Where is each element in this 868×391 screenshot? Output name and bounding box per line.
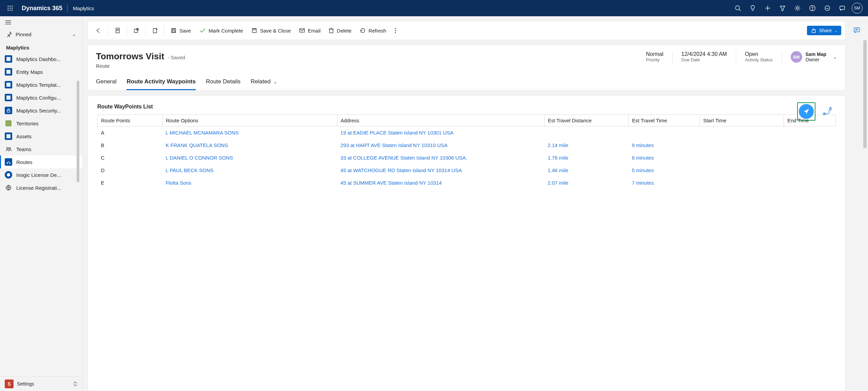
share-button[interactable]: Share⌄ [807, 26, 841, 35]
cell-option[interactable]: Flotta Sons [162, 177, 337, 189]
assistant-icon[interactable] [820, 0, 835, 16]
email-button[interactable]: Email [296, 26, 324, 36]
tab-related[interactable]: Related ⌄ [251, 76, 277, 90]
cell-option[interactable]: K FRANK QUATELA SONS [162, 139, 337, 151]
filter-icon[interactable] [775, 0, 790, 16]
navigate-button[interactable] [799, 104, 814, 119]
cell-option[interactable]: L MICHAEL MCNAMARA SONS [162, 126, 337, 139]
due-value: 12/4/2024 4:30 AM [682, 51, 727, 57]
table-row[interactable]: CL DANIEL O CONNOR SONS33 at COLLEGE AVE… [98, 151, 836, 164]
popout-button[interactable] [130, 25, 143, 36]
sidebar-item-entity-maps[interactable]: Entity Maps [0, 65, 82, 78]
back-button[interactable] [92, 26, 105, 35]
table-row[interactable]: DL PAUL BECK SONS45 at WATCHOGUE RD Stat… [98, 164, 836, 177]
svg-rect-44 [172, 31, 175, 33]
user-avatar[interactable]: SM [850, 0, 865, 16]
sidebar-item-security[interactable]: Maplytics Security... [0, 104, 82, 117]
sidebar-item-label: License Registrati... [16, 185, 61, 191]
tab-details[interactable]: Route Details [206, 76, 240, 90]
cell-time[interactable]: 6 minutes [628, 151, 699, 164]
cell-time[interactable]: 7 minutes [628, 177, 699, 189]
save-close-button[interactable]: Save & Close [248, 25, 294, 36]
table-row[interactable]: EFlotta Sons45 at SUMMER AVE Staten Isla… [98, 177, 836, 189]
help-icon[interactable] [805, 0, 820, 16]
cell-time[interactable]: 9 minutes [628, 139, 699, 151]
cell-distance[interactable]: 2.14 mile [544, 139, 628, 151]
cell-address[interactable]: 45 at SUMMER AVE Staten Island NY 10314 [337, 177, 544, 189]
priority-field[interactable]: Normal Priority [646, 51, 664, 62]
gear-icon[interactable] [790, 0, 805, 16]
tab-general[interactable]: General [96, 76, 116, 90]
sidebar-item-license-details[interactable]: Inogic License De... [0, 168, 82, 181]
due-date-field[interactable]: 12/4/2024 4:30 AM Due Date [682, 51, 727, 62]
sidebar-scrollbar[interactable] [77, 81, 79, 182]
search-icon[interactable] [730, 0, 745, 16]
overflow-button[interactable] [391, 25, 400, 36]
add-icon[interactable] [760, 0, 775, 16]
cell-option[interactable]: L DANIEL O CONNOR SONS [162, 151, 337, 164]
note-button[interactable] [149, 25, 161, 36]
sidebar-item-territories[interactable]: Territories [0, 117, 82, 130]
app-launcher-button[interactable] [3, 5, 17, 11]
svg-rect-22 [6, 57, 11, 61]
cell-address[interactable]: 19 at EADIE PLACE Staten Island NY 10301… [337, 126, 544, 139]
svg-point-33 [7, 173, 10, 177]
mark-complete-button[interactable]: Mark Complete [196, 26, 246, 36]
route-icon[interactable] [822, 106, 833, 117]
table-row[interactable]: AL MICHAEL MCNAMARA SONS19 at EADIE PLAC… [98, 126, 836, 139]
sidebar-item-templates[interactable]: Maplytics Templat... [0, 78, 82, 91]
col-start[interactable]: Start Time [699, 115, 784, 126]
app-name[interactable]: Maplytics [67, 5, 100, 11]
save-label: Save [179, 28, 191, 34]
sidebar-item-teams[interactable]: Teams [0, 143, 82, 156]
sidebar-nav: Maplytics Dashbo... Entity Maps Maplytic… [0, 53, 82, 376]
open-record-set-button[interactable] [111, 25, 124, 36]
record-entity: Route [96, 63, 635, 69]
tab-waypoints[interactable]: Route Activity Waypoints [126, 76, 196, 90]
col-address[interactable]: Address [337, 115, 544, 126]
product-name[interactable]: Dynamics 365 [17, 5, 67, 12]
cell-distance[interactable]: 1.46 mile [544, 164, 628, 177]
chat-icon[interactable] [835, 0, 850, 16]
cell-start [699, 151, 784, 164]
form-area: Save Mark Complete Save & Close Email De… [83, 16, 868, 391]
lightbulb-icon[interactable] [745, 0, 760, 16]
refresh-label: Refresh [369, 28, 387, 34]
delete-button[interactable]: Delete [325, 25, 355, 36]
svg-rect-23 [6, 70, 11, 74]
pinned-section[interactable]: Pinned ⌄ [0, 28, 82, 40]
cell-end [784, 151, 836, 164]
cell-address[interactable]: 33 at COLLEGE AVENUE Staten Island NY 10… [337, 151, 544, 164]
chevron-down-icon[interactable]: ⌄ [833, 54, 837, 60]
col-time[interactable]: Est Travel Time [628, 115, 699, 126]
refresh-button[interactable]: Refresh [356, 25, 390, 36]
sidebar-item-license-reg[interactable]: License Registrati... [0, 181, 82, 194]
content-scrollbar[interactable] [863, 40, 867, 148]
col-route-points[interactable]: Route Points [98, 115, 162, 126]
cell-time[interactable] [628, 126, 699, 139]
col-distance[interactable]: Est Travel Distance [544, 115, 628, 126]
sidebar-item-label: Maplytics Security... [16, 108, 61, 114]
cell-option[interactable]: L PAUL BECK SONS [162, 164, 337, 177]
save-button[interactable]: Save [167, 25, 194, 36]
sidebar-item-config[interactable]: Maplytics Configu... [0, 91, 82, 104]
owner-label: Owner [806, 57, 826, 62]
col-route-options[interactable]: Route Options [162, 115, 337, 126]
sidebar-item-routes[interactable]: Routes [0, 156, 82, 168]
copilot-icon[interactable] [851, 24, 863, 36]
global-header: Dynamics 365 Maplytics SM [0, 0, 868, 16]
cell-distance[interactable] [544, 126, 628, 139]
owner-field[interactable]: SM Sam Map Owner ⌄ [791, 51, 837, 63]
sidebar-item-assets[interactable]: Assets [0, 130, 82, 143]
sidebar-item-dashboard[interactable]: Maplytics Dashbo... [0, 53, 82, 65]
cell-distance[interactable]: 1.76 mile [544, 151, 628, 164]
cell-address[interactable]: 293 at HART AVE Staten Island NY 10310 U… [337, 139, 544, 151]
activity-status-field[interactable]: Open Activity Status [745, 51, 773, 62]
table-row[interactable]: BK FRANK QUATELA SONS293 at HART AVE Sta… [98, 139, 836, 151]
cell-time[interactable]: 5 minutes [628, 164, 699, 177]
cell-address[interactable]: 45 at WATCHOGUE RD Staten Island NY 1031… [337, 164, 544, 177]
area-switcher[interactable]: S Settings [0, 376, 82, 391]
sidebar-toggle[interactable] [0, 16, 82, 28]
cell-distance[interactable]: 2.07 mile [544, 177, 628, 189]
svg-rect-45 [252, 28, 256, 33]
